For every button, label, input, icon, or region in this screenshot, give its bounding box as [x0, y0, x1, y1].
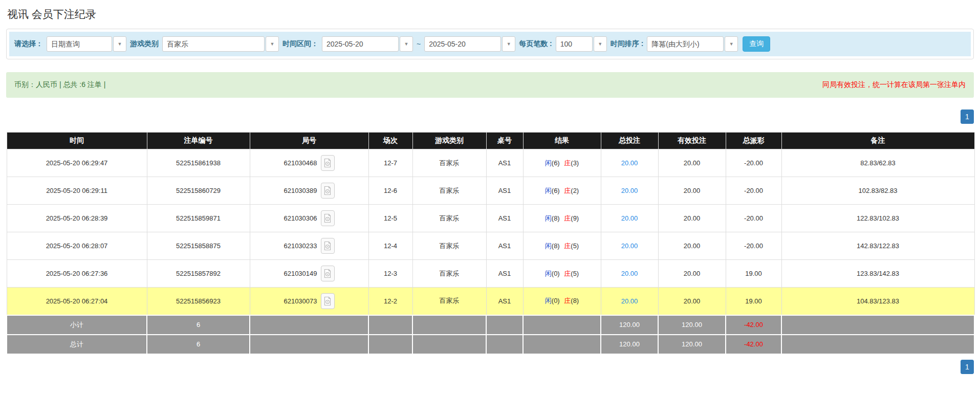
chevron-down-icon[interactable]: ▼ — [725, 36, 738, 52]
date-from-value[interactable]: 2025-05-20 — [322, 36, 399, 52]
total-bet-link[interactable]: 20.00 — [621, 242, 638, 250]
result-player: 闲(6) — [545, 187, 560, 194]
total-bet-link[interactable]: 20.00 — [621, 270, 638, 277]
video-replay-icon[interactable] — [321, 155, 335, 171]
sort-order-select[interactable]: 降冪(由大到小) ▼ — [647, 36, 738, 52]
total-bet-link[interactable]: 20.00 — [621, 187, 638, 194]
table-row: 2025-05-20 06:28:39 522515859871 6210303… — [7, 205, 974, 232]
game-type-label: 游戏类别 — [130, 39, 159, 49]
time-cell: 2025-05-20 06:28:07 — [7, 232, 147, 260]
table-no-cell: AS1 — [486, 177, 523, 205]
summary-count-cell: 6 — [147, 335, 250, 354]
bet-id-cell: 522515860729 — [147, 177, 250, 205]
summary-row: 小计 6 120.00 120.00 -42.00 — [7, 315, 974, 335]
notice-text: 同局有效投注，统一计算在该局第一张注单内 — [822, 80, 966, 90]
table-row: 2025-05-20 06:27:04 522515856923 6210300… — [7, 288, 974, 315]
result-cell: 闲(8) 庄(5) — [523, 232, 601, 260]
round-id: 621030233 — [284, 242, 317, 250]
note-cell: 122.83/102.83 — [781, 205, 974, 232]
table-header-row: 时间注单编号局号场次游戏类别桌号结果总投注有效投注总派彩备注 — [7, 133, 974, 149]
result-cell: 闲(6) 庄(3) — [523, 149, 601, 177]
page: 视讯 会员下注纪录 请选择： 日期查询 ▼ 游戏类别 百家乐 ▼ 时间区间： 2… — [0, 0, 980, 374]
session-cell: 12-4 — [368, 232, 412, 260]
total-bet-cell: 20.00 — [601, 149, 658, 177]
valid-bet-cell: 20.00 — [658, 260, 726, 288]
query-type-value[interactable]: 日期查询 — [47, 36, 112, 52]
summary-total-bet-cell: 120.00 — [601, 315, 658, 335]
column-header-1: 时间 — [7, 133, 147, 149]
column-header-8: 总投注 — [601, 133, 658, 149]
page-size-select[interactable]: 100 ▼ — [556, 36, 607, 52]
video-replay-icon[interactable] — [321, 183, 335, 199]
page-title: 视讯 会员下注纪录 — [7, 7, 974, 21]
total-bet-cell: 20.00 — [601, 177, 658, 205]
bet-id-cell: 522515861938 — [147, 149, 250, 177]
payout-cell: -20.00 — [726, 177, 781, 205]
table-row: 2025-05-20 06:29:47 522515861938 6210304… — [7, 149, 974, 177]
result-cell: 闲(0) 庄(5) — [523, 260, 601, 288]
summary-bar: 币别：人民币 | 总共 :6 注单 | 同局有效投注，统一计算在该局第一张注单内 — [6, 72, 974, 98]
page-size-value[interactable]: 100 — [556, 36, 593, 52]
summary-count-cell: 6 — [147, 315, 250, 335]
summary-payout-cell: -42.00 — [726, 335, 781, 354]
date-to-input[interactable]: 2025-05-20 ▼ — [424, 36, 515, 52]
table-no-cell: AS1 — [486, 149, 523, 177]
chevron-down-icon[interactable]: ▼ — [113, 36, 126, 52]
sort-order-label: 时间排序 : — [611, 39, 644, 49]
filter-panel: 请选择： 日期查询 ▼ 游戏类别 百家乐 ▼ 时间区间： 2025-05-20 … — [6, 29, 974, 59]
column-header-2: 注单编号 — [147, 133, 250, 149]
payout-cell: 19.00 — [726, 288, 781, 315]
query-type-select[interactable]: 日期查询 ▼ — [47, 36, 126, 52]
summary-note-cell — [781, 315, 974, 335]
chevron-down-icon[interactable]: ▼ — [266, 36, 279, 52]
bet-id-cell: 522515858875 — [147, 232, 250, 260]
table-row: 2025-05-20 06:29:11 522515860729 6210303… — [7, 177, 974, 205]
sort-order-value[interactable]: 降冪(由大到小) — [647, 36, 724, 52]
table-row: 2025-05-20 06:28:07 522515858875 6210302… — [7, 232, 974, 260]
query-button[interactable]: 查询 — [743, 36, 770, 52]
date-from-input[interactable]: 2025-05-20 ▼ — [322, 36, 413, 52]
filter-bar: 请选择： 日期查询 ▼ 游戏类别 百家乐 ▼ 时间区间： 2025-05-20 … — [9, 32, 971, 56]
table-no-cell: AS1 — [486, 260, 523, 288]
chevron-down-icon[interactable]: ▼ — [400, 36, 413, 52]
range-separator: ~ — [417, 40, 421, 48]
session-cell: 12-2 — [368, 288, 412, 315]
chevron-down-icon[interactable]: ▼ — [502, 36, 515, 52]
payout-cell: -20.00 — [726, 232, 781, 260]
game-type-select[interactable]: 百家乐 ▼ — [162, 36, 279, 52]
valid-bet-cell: 20.00 — [658, 177, 726, 205]
total-bet-link[interactable]: 20.00 — [621, 297, 638, 305]
game-type-value[interactable]: 百家乐 — [162, 36, 265, 52]
column-header-10: 总派彩 — [726, 133, 781, 149]
chevron-down-icon[interactable]: ▼ — [594, 36, 607, 52]
date-to-value[interactable]: 2025-05-20 — [424, 36, 501, 52]
pagination-page-button[interactable]: 1 — [961, 360, 974, 374]
session-cell: 12-5 — [368, 205, 412, 232]
pagination-page-button[interactable]: 1 — [961, 110, 974, 124]
table-row: 2025-05-20 06:27:36 522515857892 6210301… — [7, 260, 974, 288]
game-type-cell: 百家乐 — [412, 149, 486, 177]
note-cell: 102.83/82.83 — [781, 177, 974, 205]
note-cell: 104.83/123.83 — [781, 288, 974, 315]
total-bet-link[interactable]: 20.00 — [621, 214, 638, 222]
time-cell: 2025-05-20 06:27:04 — [7, 288, 147, 315]
column-header-11: 备注 — [781, 133, 974, 149]
total-bet-link[interactable]: 20.00 — [621, 159, 638, 167]
total-bet-cell: 20.00 — [601, 260, 658, 288]
video-replay-icon[interactable] — [321, 293, 335, 309]
table-no-cell: AS1 — [486, 232, 523, 260]
pagination-top: 1 — [6, 110, 974, 124]
video-replay-icon[interactable] — [321, 266, 335, 281]
result-cell: 闲(0) 庄(8) — [523, 288, 601, 315]
session-cell: 12-7 — [368, 149, 412, 177]
column-header-9: 有效投注 — [658, 133, 726, 149]
result-cell: 闲(8) 庄(9) — [523, 205, 601, 232]
column-header-6: 桌号 — [486, 133, 523, 149]
video-replay-icon[interactable] — [321, 238, 335, 254]
video-replay-icon[interactable] — [321, 210, 335, 226]
round-id-cell: 621030233 — [250, 232, 368, 260]
note-cell: 82.83/62.83 — [781, 149, 974, 177]
total-bet-cell: 20.00 — [601, 232, 658, 260]
query-type-label: 请选择： — [14, 39, 43, 49]
summary-label-cell: 总计 — [7, 335, 147, 354]
